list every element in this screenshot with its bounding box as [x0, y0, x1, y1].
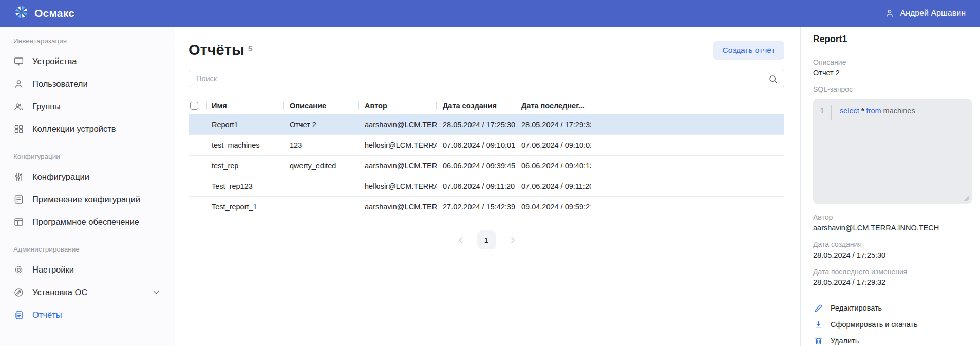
checklist-icon: [13, 194, 24, 205]
wrench-circle-icon: [13, 287, 24, 298]
row-name: test_rep: [207, 162, 284, 170]
sidebar-item-0-2[interactable]: Группы: [0, 95, 175, 118]
grid-icon: [13, 124, 24, 134]
row-modified: 06.06.2024 / 09:40:13: [515, 162, 591, 170]
table-row[interactable]: test_rep qwerty_edited aarshavin@LCM.TER…: [189, 156, 784, 176]
pagination: 1: [189, 230, 784, 249]
select-all-checkbox[interactable]: [190, 102, 198, 110]
row-author: aarshavin@LCM.TERI: [359, 162, 437, 170]
column-header-modified[interactable]: Дата последнег...: [515, 102, 591, 110]
row-name: Report1: [207, 121, 284, 129]
sliders-icon: [13, 171, 24, 182]
reports-count-badge: 5: [248, 44, 252, 53]
table-row[interactable]: Test_rep123 hellosir@LCM.TERRA 07.06.202…: [189, 176, 784, 197]
sidebar-item-label: Установка ОС: [32, 287, 87, 297]
app-name: Осмакс: [34, 7, 74, 20]
user-menu[interactable]: Андрей Аршавин: [884, 8, 966, 18]
row-modified: 28.05.2024 / 17:29:32: [515, 121, 591, 129]
modified-value: 28.05.2024 / 17:29:32: [813, 278, 972, 286]
sql-line-number: 1: [813, 105, 832, 120]
author-label: Автор: [813, 213, 972, 221]
sidebar-item-label: Пользователи: [32, 79, 88, 89]
sidebar-item-0-0[interactable]: Устройства: [0, 50, 175, 72]
sidebar-item-1-1[interactable]: Применение конфигураций: [0, 188, 175, 210]
action-label: Сформировать и скачать: [831, 320, 918, 329]
created-value: 28.05.2024 / 17:25:30: [813, 251, 972, 259]
sidebar-item-0-3[interactable]: Коллекции устройств: [0, 118, 175, 140]
report-icon: [13, 310, 24, 320]
app-logo[interactable]: Осмакс: [14, 5, 74, 22]
sidebar-section-label: Администрирование: [13, 245, 175, 253]
reports-table: Имя Описание Автор Дата создания Дата по…: [189, 98, 784, 217]
sql-code: select * from machines: [832, 105, 915, 204]
row-created: 06.06.2024 / 09:39:45: [437, 162, 515, 170]
column-header-created[interactable]: Дата создания: [437, 102, 515, 110]
sidebar-section-label: Инвентаризация: [13, 37, 175, 45]
table-header-row: Имя Описание Автор Дата создания Дата по…: [189, 98, 784, 114]
description-value: Отчет 2: [813, 69, 972, 77]
sidebar-item-1-2[interactable]: Программное обеспечение: [0, 210, 175, 233]
sidebar: ИнвентаризацияУстройстваПользователиГруп…: [0, 27, 175, 346]
search-bar: [189, 70, 784, 87]
user-icon: [13, 79, 24, 89]
sidebar-item-2-0[interactable]: Настройки: [0, 258, 175, 281]
sidebar-section-label: Конфигурации: [13, 152, 175, 160]
table-row[interactable]: Report1 Отчет 2 aarshavin@LCM.TERI 28.05…: [189, 114, 784, 135]
action-item[interactable]: Редактировать: [813, 300, 972, 316]
sidebar-item-label: Группы: [32, 102, 61, 111]
created-label: Дата создания: [813, 240, 972, 248]
download-icon: [813, 320, 823, 330]
row-description: Отчет 2: [284, 121, 359, 129]
row-created: 07.06.2024 / 09:10:01: [437, 141, 515, 149]
app-root: Осмакс Андрей Аршавин ИнвентаризацияУстр…: [0, 0, 980, 346]
action-label: Удалить: [831, 337, 859, 345]
sidebar-item-2-2[interactable]: Отчёты: [0, 303, 175, 326]
column-header-description[interactable]: Описание: [284, 102, 359, 110]
trash-icon: [813, 336, 823, 346]
action-item[interactable]: Сформировать и скачать: [813, 316, 972, 333]
sidebar-item-1-0[interactable]: Конфигурации: [0, 165, 175, 188]
column-header-name[interactable]: Имя: [207, 102, 284, 110]
resize-grip-icon[interactable]: [964, 196, 969, 201]
modified-label: Дата последнего изменения: [813, 267, 972, 276]
action-item[interactable]: Удалить: [813, 333, 972, 346]
action-label: Редактировать: [831, 304, 882, 312]
column-header-author[interactable]: Автор: [359, 102, 437, 110]
row-name: test_machines: [207, 141, 284, 149]
user-name: Андрей Аршавин: [900, 9, 966, 18]
sidebar-item-2-1[interactable]: Установка ОС: [0, 281, 175, 303]
sql-query-box[interactable]: 1 select * from machines: [813, 99, 972, 204]
main-content: Отчёты5 Создать отчёт Имя Описание Автор: [175, 27, 800, 346]
software-window-icon: [13, 217, 24, 227]
sidebar-item-label: Отчёты: [32, 310, 62, 320]
chevron-down-icon[interactable]: [151, 287, 161, 297]
users-icon: [13, 101, 24, 112]
logo-pinwheel-icon: [14, 5, 28, 22]
sidebar-item-0-1[interactable]: Пользователи: [0, 72, 175, 95]
prev-page-button[interactable]: [456, 235, 466, 245]
table-body: Report1 Отчет 2 aarshavin@LCM.TERI 28.05…: [189, 114, 784, 217]
sidebar-item-label: Программное обеспечение: [32, 217, 139, 227]
row-modified: 07.06.2024 / 09:10:01: [515, 141, 591, 149]
row-name: Test_report_1: [207, 203, 284, 211]
row-modified: 07.06.2024 / 09:11:20: [515, 182, 591, 190]
monitor-icon: [13, 56, 24, 67]
search-icon[interactable]: [768, 74, 778, 84]
sql-label: SQL-запрос: [813, 85, 972, 93]
next-page-button[interactable]: [507, 235, 518, 245]
sidebar-item-label: Устройства: [32, 56, 77, 66]
person-icon: [884, 8, 895, 18]
row-author: aarshavin@LCM.TERI: [359, 203, 437, 211]
table-row[interactable]: test_machines 123 hellosir@LCM.TERRA 07.…: [189, 135, 784, 156]
pencil-icon: [813, 303, 823, 313]
row-author: hellosir@LCM.TERRA: [359, 182, 437, 190]
row-description: qwerty_edited: [284, 162, 359, 170]
table-row[interactable]: Test_report_1 aarshavin@LCM.TERI 27.02.2…: [189, 197, 784, 217]
details-actions: Редактировать Сформировать и скачать Уда…: [813, 300, 972, 346]
search-input[interactable]: [189, 70, 784, 87]
page-number-button[interactable]: 1: [477, 230, 496, 249]
create-report-button[interactable]: Создать отчёт: [713, 41, 784, 60]
sidebar-item-label: Настройки: [32, 265, 74, 275]
row-author: hellosir@LCM.TERRA: [359, 141, 437, 149]
details-panel: Report1 Описание Отчет 2 SQL-запрос 1 se…: [800, 27, 980, 346]
